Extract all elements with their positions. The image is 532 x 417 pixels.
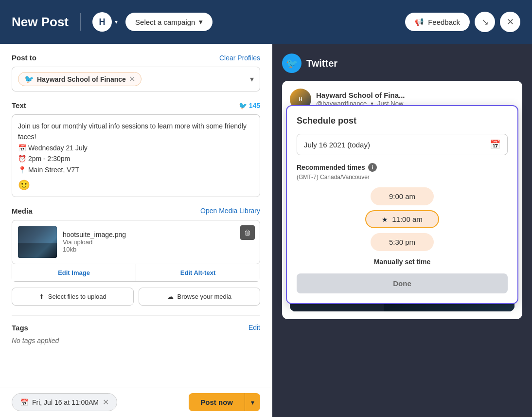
browse-media-button[interactable]: ☁ Browse your media <box>139 288 261 306</box>
twitter-platform-icon: 🐦 <box>282 54 301 73</box>
star-icon: ★ <box>382 216 388 223</box>
account-chevron-icon: ▾ <box>115 18 118 25</box>
left-footer: 📅 Fri, Jul 16 at 11:00AM ✕ Post now ▾ <box>0 387 272 417</box>
done-button[interactable]: Done <box>297 273 508 293</box>
media-filename: hootsuite_image.png <box>63 231 254 238</box>
media-section: Media Open Media Library hootsuite_image… <box>12 207 260 306</box>
profile-tag: 🐦 Hayward School of Finance ✕ <box>18 72 142 86</box>
post-chevron-icon: ▾ <box>251 399 254 406</box>
feedback-button[interactable]: 📢 Feedback <box>405 13 470 31</box>
post-options-button[interactable]: ▾ <box>245 393 260 411</box>
time-option-530pm[interactable]: 5:30 pm <box>371 233 434 251</box>
recommended-header: Recommended times i <box>297 163 508 172</box>
header: New Post H ▾ Select a campaign ▾ 📢 Feedb… <box>0 0 532 44</box>
select-files-label: Select files to upload <box>48 293 106 300</box>
trash-icon: 🗑 <box>244 229 251 236</box>
time-9am-label: 9:00 am <box>389 192 415 200</box>
time-options: 9:00 am ★ 11:00 am 5:30 pm <box>297 187 508 251</box>
twitter-bird-icon: 🐦 <box>24 74 34 84</box>
emoji-button[interactable]: 🙂 <box>18 179 30 191</box>
timezone-text: (GMT-7) Canada/Vancouver <box>297 174 508 181</box>
text-section: Text 🐦 145 Join us for our monthly virtu… <box>12 101 260 197</box>
left-panel: Post to Clear Profiles 🐦 Hayward School … <box>0 44 272 417</box>
main-content: Post to Clear Profiles 🐦 Hayward School … <box>0 44 532 417</box>
megaphone-icon: 📢 <box>415 18 424 26</box>
browse-media-label: Browse your media <box>177 293 231 300</box>
media-size: 10kb <box>63 246 254 253</box>
schedule-badge: 📅 Fri, Jul 16 at 11:00AM ✕ <box>12 393 117 411</box>
remove-schedule-button[interactable]: ✕ <box>103 398 109 407</box>
manually-set-time[interactable]: Manually set time <box>297 258 508 266</box>
avatar[interactable]: H <box>92 12 112 32</box>
media-info: hootsuite_image.png Via upload 10kb <box>63 231 254 253</box>
info-icon[interactable]: i <box>368 163 377 172</box>
header-divider <box>80 13 81 31</box>
text-label: Text <box>12 101 26 109</box>
minimize-button[interactable]: ↘ <box>475 12 495 32</box>
schedule-post-overlay: Schedule post July 16 2021 (today) 📅 Rec… <box>286 105 518 304</box>
twitter-label: Twitter <box>306 58 337 69</box>
date-value: July 16 2021 (today) <box>304 141 370 149</box>
page-title: New Post <box>12 15 69 30</box>
bird-icon: 🐦 <box>286 57 298 69</box>
post-button-group: Post now ▾ <box>189 393 260 411</box>
time-option-11am[interactable]: ★ 11:00 am <box>365 210 439 228</box>
right-panel: 🐦 Twitter H Hayward School of Fina... @h… <box>272 44 532 417</box>
building-image <box>18 226 57 258</box>
media-actions: Edit Image Edit Alt-text <box>12 264 260 282</box>
tags-label: Tags <box>12 324 28 332</box>
tags-section: Tags Edit No tags applied <box>12 315 260 344</box>
text-area-wrapper[interactable]: Join us for our monthly virtual info ses… <box>12 114 260 197</box>
account-switcher[interactable]: H ▾ <box>92 12 118 32</box>
emoji-icon: 🙂 <box>18 180 30 190</box>
remove-profile-button[interactable]: ✕ <box>129 74 135 84</box>
profile-select-box[interactable]: 🐦 Hayward School of Finance ✕ ▾ <box>12 67 260 91</box>
media-label: Media <box>12 207 33 215</box>
post-to-section-header: Post to Clear Profiles <box>12 54 260 62</box>
schedule-time: Fri, Jul 16 at 11:00AM <box>32 399 99 406</box>
delete-media-button[interactable]: 🗑 <box>240 225 255 240</box>
tweet-preview: H Hayward School of Fina... @haywardfina… <box>282 81 522 319</box>
edit-image-button[interactable]: Edit Image <box>12 264 136 281</box>
time-530pm-label: 5:30 pm <box>389 238 415 246</box>
media-source: Via upload <box>63 238 254 246</box>
campaign-chevron-icon: ▾ <box>199 18 203 26</box>
media-item: hootsuite_image.png Via upload 10kb 🗑 <box>12 220 260 264</box>
schedule-post-title: Schedule post <box>297 116 508 126</box>
edit-alttext-button[interactable]: Edit Alt-text <box>136 264 260 281</box>
cloud-icon: ☁ <box>167 293 174 300</box>
calendar-icon: 📅 <box>490 139 500 150</box>
minimize-icon: ↘ <box>481 17 489 27</box>
text-content[interactable]: Join us for our monthly virtual info ses… <box>18 121 254 175</box>
open-media-library-link[interactable]: Open Media Library <box>200 207 260 215</box>
char-count-value: 145 <box>249 102 260 109</box>
select-files-button[interactable]: ⬆ Select files to upload <box>12 288 134 306</box>
clear-profiles-link[interactable]: Clear Profiles <box>219 54 260 62</box>
close-icon: ✕ <box>507 17 514 27</box>
post-to-label: Post to <box>12 54 36 62</box>
campaign-selector-button[interactable]: Select a campaign ▾ <box>125 13 213 31</box>
profile-select-chevron-icon: ▾ <box>250 74 254 84</box>
twitter-header: 🐦 Twitter <box>282 54 522 73</box>
media-thumbnail <box>18 226 57 258</box>
profile-name: Hayward School of Finance <box>37 75 126 83</box>
time-option-9am[interactable]: 9:00 am <box>371 187 434 205</box>
char-count: 🐦 145 <box>239 102 260 109</box>
tags-section-header: Tags Edit <box>12 324 260 332</box>
upload-buttons: ⬆ Select files to upload ☁ Browse your m… <box>12 288 260 306</box>
tweet-author-name: Hayward School of Fina... <box>316 91 405 99</box>
post-now-button[interactable]: Post now <box>189 393 245 411</box>
date-input[interactable]: July 16 2021 (today) 📅 <box>297 134 508 155</box>
twitter-count-icon: 🐦 <box>239 102 247 109</box>
recommended-label: Recommended times <box>297 163 365 171</box>
calendar-badge-icon: 📅 <box>20 399 28 406</box>
campaign-label: Select a campaign <box>135 18 195 26</box>
time-11am-label: 11:00 am <box>392 215 423 223</box>
header-actions: 📢 Feedback ↘ ✕ <box>405 12 520 32</box>
upload-icon: ⬆ <box>39 293 44 300</box>
tags-edit-link[interactable]: Edit <box>248 324 260 331</box>
close-button[interactable]: ✕ <box>500 12 520 32</box>
feedback-label: Feedback <box>428 18 460 26</box>
no-tags-text: No tags applied <box>12 337 260 344</box>
media-section-header: Media Open Media Library <box>12 207 260 215</box>
